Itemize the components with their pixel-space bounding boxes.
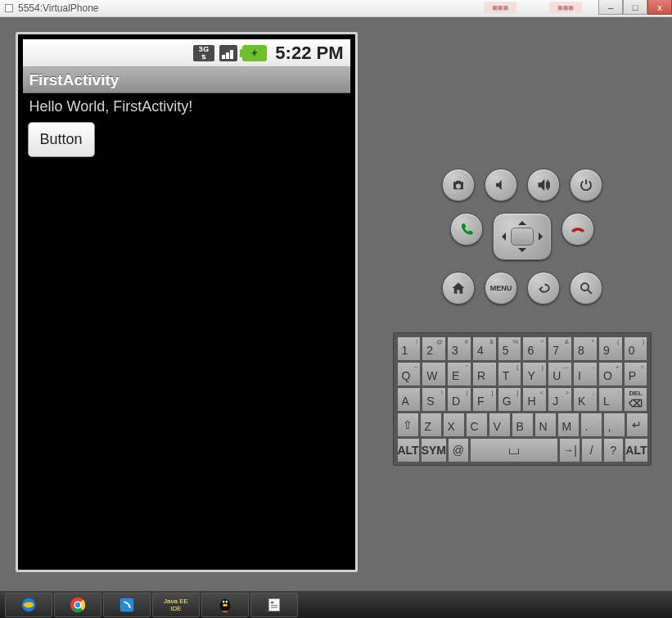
- window-close-button[interactable]: x: [647, 0, 672, 15]
- key-w[interactable]: W`: [422, 362, 446, 386]
- key-@[interactable]: @: [448, 438, 469, 462]
- taskbar-qq-icon[interactable]: [201, 593, 249, 617]
- svg-point-6: [75, 602, 80, 607]
- key-/[interactable]: /: [581, 438, 602, 462]
- search-button[interactable]: [570, 272, 602, 304]
- end-call-button[interactable]: [562, 213, 594, 246]
- key-s[interactable]: S\: [422, 387, 446, 412]
- key-2[interactable]: 2@: [422, 336, 446, 361]
- key-0[interactable]: 0): [624, 336, 648, 361]
- camera-button[interactable]: [442, 169, 475, 201]
- key-z[interactable]: Z: [420, 413, 442, 437]
- key-4[interactable]: 4$: [472, 336, 497, 361]
- svg-point-10: [223, 600, 224, 602]
- signal-strength-icon: [219, 45, 237, 61]
- emulator-app-icon: [5, 4, 13, 12]
- key-7[interactable]: 7&: [548, 336, 572, 361]
- svg-rect-16: [271, 607, 277, 607]
- status-clock: 5:22 PM: [275, 43, 343, 64]
- key-h[interactable]: H<: [522, 387, 547, 412]
- key-g[interactable]: G]: [498, 387, 522, 412]
- key-right[interactable]: →|: [559, 438, 580, 462]
- svg-rect-14: [271, 601, 273, 603]
- phone-frame: 3G⇅ 5:22 PM FirstActivity Hello World, F…: [16, 32, 358, 572]
- app-button[interactable]: Button: [28, 122, 95, 157]
- dpad-down[interactable]: [518, 248, 526, 256]
- call-button[interactable]: [450, 213, 483, 246]
- phone-panel: 3G⇅ 5:22 PM FirstActivity Hello World, F…: [0, 17, 372, 590]
- key-6[interactable]: 6^: [522, 336, 547, 361]
- hardware-buttons: MENU: [408, 169, 637, 316]
- key-shift[interactable]: ⇧: [397, 413, 419, 437]
- taskbar-ie-icon[interactable]: [5, 593, 52, 617]
- key-c[interactable]: C: [466, 413, 488, 437]
- emulator-titlebar: 5554:VirtualPhone ■■■■■■ – □ x: [0, 0, 672, 17]
- key-.[interactable]: .: [580, 413, 602, 437]
- key-3[interactable]: 3#: [447, 336, 471, 361]
- status-bar: 3G⇅ 5:22 PM: [23, 39, 350, 67]
- window-minimize-button[interactable]: –: [598, 0, 623, 15]
- network-3g-icon: 3G⇅: [193, 45, 214, 61]
- volume-up-button[interactable]: [527, 169, 560, 201]
- key-,[interactable]: ,: [603, 413, 625, 437]
- emulator-window-title: 5554:VirtualPhone: [18, 2, 99, 14]
- key-v[interactable]: V: [489, 413, 511, 437]
- key-d[interactable]: D|: [447, 387, 471, 412]
- hardware-keyboard: 1!2@3#4$5%6^7&8*9(0) Q~W`E"R'T{Y}U—I-O+P…: [393, 332, 652, 466]
- key-enter[interactable]: ↵: [626, 413, 648, 437]
- key-l[interactable]: L:: [598, 387, 623, 412]
- back-button[interactable]: [527, 272, 560, 304]
- volume-down-button[interactable]: [485, 169, 517, 201]
- hello-world-text: Hello World, FirstActivity!: [29, 98, 345, 115]
- app-title-bar: FirstActivity: [23, 67, 350, 93]
- key-u[interactable]: U—: [548, 362, 572, 386]
- menu-button[interactable]: MENU: [485, 272, 517, 304]
- key-b[interactable]: B: [512, 413, 534, 437]
- key-f[interactable]: F[: [472, 387, 497, 412]
- dpad-right[interactable]: [539, 232, 547, 241]
- key-a[interactable]: A: [397, 387, 422, 412]
- key-n[interactable]: N: [534, 413, 557, 437]
- key-sym[interactable]: SYM: [421, 438, 447, 462]
- window-maximize-button[interactable]: □: [623, 0, 647, 15]
- key-y[interactable]: Y}: [522, 362, 547, 386]
- key-1[interactable]: 1!: [397, 336, 422, 361]
- phone-screen[interactable]: 3G⇅ 5:22 PM FirstActivity Hello World, F…: [23, 39, 350, 565]
- home-button[interactable]: [442, 272, 475, 304]
- key-del[interactable]: DEL⌫: [624, 387, 648, 412]
- dpad: [493, 213, 552, 260]
- key-q[interactable]: Q~: [397, 362, 422, 386]
- key-space[interactable]: ⌴: [470, 438, 559, 462]
- key-r[interactable]: R': [472, 362, 497, 386]
- key-8[interactable]: 8*: [573, 336, 598, 361]
- emulator-control-panel: MENU 1!2@3#4$5%6^7&8*9(0) Q~W`E"R'T{Y}U—…: [372, 17, 672, 590]
- key-9[interactable]: 9(: [598, 336, 623, 361]
- svg-rect-7: [120, 598, 134, 611]
- key-k[interactable]: K;: [573, 387, 598, 412]
- svg-rect-12: [223, 604, 228, 607]
- taskbar-document-icon[interactable]: [250, 593, 298, 617]
- taskbar-javaee-ide-icon[interactable]: Java EEIDE: [152, 593, 200, 617]
- key-o[interactable]: O+: [598, 362, 623, 386]
- key-?[interactable]: ?: [603, 438, 625, 462]
- key-x[interactable]: X: [443, 413, 465, 437]
- key-alt[interactable]: ALT: [397, 438, 420, 462]
- key-j[interactable]: J>: [548, 387, 572, 412]
- dpad-center[interactable]: [511, 228, 534, 246]
- key-p[interactable]: P=: [624, 362, 648, 386]
- key-e[interactable]: E": [447, 362, 471, 386]
- dpad-up[interactable]: [518, 217, 526, 225]
- key-i[interactable]: I-: [573, 362, 598, 386]
- key-m[interactable]: M: [557, 413, 580, 437]
- taskbar-app3-icon[interactable]: [103, 593, 151, 617]
- windows-taskbar: Java EEIDE: [0, 590, 672, 618]
- svg-point-11: [226, 600, 228, 602]
- emulator-body: 3G⇅ 5:22 PM FirstActivity Hello World, F…: [0, 17, 672, 590]
- key-alt[interactable]: ALT: [625, 438, 647, 462]
- power-button[interactable]: [570, 169, 602, 201]
- dpad-left[interactable]: [498, 232, 506, 241]
- key-5[interactable]: 5%: [498, 336, 522, 361]
- key-t[interactable]: T{: [498, 362, 522, 386]
- taskbar-chrome-icon[interactable]: [54, 593, 101, 617]
- battery-charging-icon: [242, 45, 267, 61]
